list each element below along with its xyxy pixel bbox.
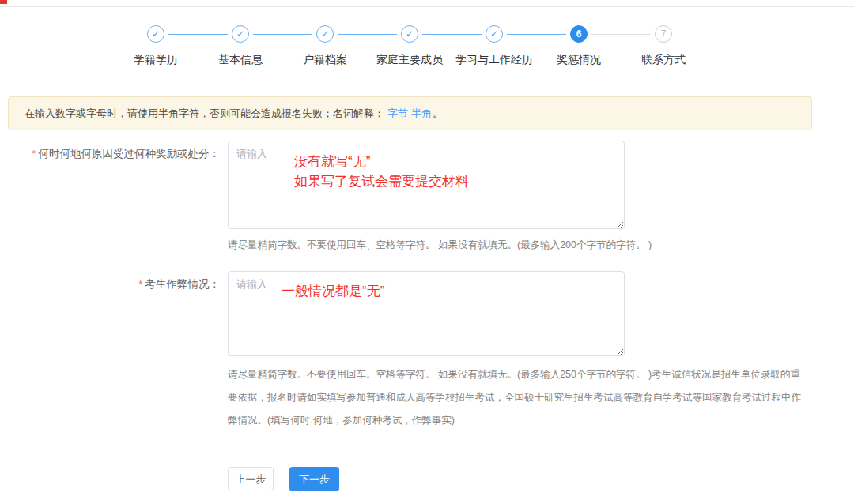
step-connector bbox=[591, 34, 651, 35]
step-label: 学习与工作经历 bbox=[447, 53, 542, 67]
required-asterisk: * bbox=[138, 278, 142, 290]
step-label: 基本信息 bbox=[193, 53, 288, 67]
check-icon: ✓ bbox=[147, 25, 164, 43]
step-connector bbox=[422, 34, 482, 35]
step-label: 户籍档案 bbox=[278, 53, 372, 67]
stepper-step-7[interactable]: 7 联系方式 bbox=[616, 25, 711, 67]
step-number: 7 bbox=[655, 25, 672, 43]
step-connector bbox=[507, 34, 566, 35]
top-divider bbox=[0, 6, 854, 7]
step-number: 6 bbox=[570, 25, 588, 43]
required-asterisk: * bbox=[32, 148, 36, 160]
step-connector bbox=[338, 34, 397, 35]
rewards-punishments-label: *何时何地何原因受过何种奖励或处分： bbox=[0, 147, 220, 161]
notice-suffix: 。 bbox=[433, 107, 443, 121]
cheating-record-label: *考生作弊情况： bbox=[0, 277, 220, 291]
byte-definition-link[interactable]: 字节 bbox=[387, 107, 408, 121]
step-label: 联系方式 bbox=[616, 53, 711, 67]
stepper-step-5[interactable]: ✓ 学习与工作经历 bbox=[447, 25, 542, 67]
corner-artifact bbox=[0, 0, 7, 4]
stepper-step-3[interactable]: ✓ 户籍档案 bbox=[278, 25, 372, 67]
stepper-step-1[interactable]: ✓ 学籍学历 bbox=[108, 25, 203, 67]
notice-text: 在输入数字或字母时，请使用半角字符，否则可能会造成报名失败；名词解释： bbox=[25, 107, 384, 121]
cheating-helper-text: 请尽量精简字数。不要使用回车。空格等字符。 如果没有就填无。(最多输入250个字… bbox=[228, 363, 803, 432]
step-label: 学籍学历 bbox=[108, 53, 203, 67]
next-step-button[interactable]: 下一步 bbox=[289, 467, 339, 491]
check-icon: ✓ bbox=[486, 25, 503, 43]
step-connector bbox=[253, 34, 312, 35]
halfwidth-definition-link[interactable]: 半角 bbox=[411, 107, 432, 121]
check-icon: ✓ bbox=[401, 25, 418, 43]
step-connector bbox=[168, 34, 228, 35]
rewards-helper-text: 请尽量精简字数。不要使用回车、空格等字符。 如果没有就填无。(最多输入200个字… bbox=[228, 239, 652, 252]
stepper-step-6-current[interactable]: 6 奖惩情况 bbox=[531, 25, 626, 67]
rewards-punishments-textarea[interactable] bbox=[228, 141, 625, 229]
notice-banner: 在输入数字或字母时，请使用半角字符，否则可能会造成报名失败；名词解释： 字节 半… bbox=[8, 96, 812, 130]
check-icon: ✓ bbox=[316, 25, 334, 43]
cheating-record-textarea[interactable] bbox=[228, 271, 625, 356]
stepper-step-4[interactable]: ✓ 家庭主要成员 bbox=[362, 25, 457, 67]
step-label: 奖惩情况 bbox=[531, 53, 626, 67]
stepper-step-2[interactable]: ✓ 基本信息 bbox=[193, 25, 288, 67]
step-label: 家庭主要成员 bbox=[362, 53, 457, 67]
previous-step-button[interactable]: 上一步 bbox=[228, 467, 274, 491]
check-icon: ✓ bbox=[232, 25, 249, 43]
